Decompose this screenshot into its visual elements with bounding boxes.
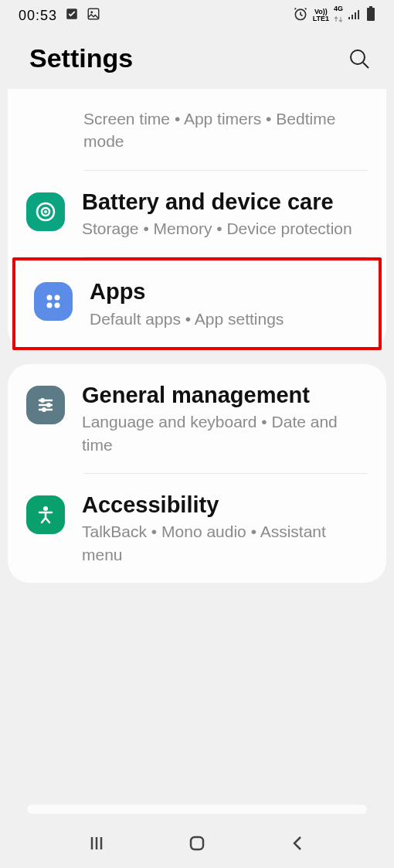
signal-text: 4G: [334, 5, 343, 12]
item-screen-time[interactable]: Screen time • App timers • Bedtime mode: [8, 89, 386, 170]
item-sub: Screen time • App timers • Bedtime mode: [83, 107, 368, 153]
general-management-icon: [26, 386, 65, 424]
svg-point-16: [55, 295, 60, 301]
network-label: Vo)) LTE1: [313, 9, 329, 22]
item-apps[interactable]: Apps Default apps • App settings: [15, 260, 379, 347]
svg-rect-29: [191, 837, 203, 849]
svg-point-20: [40, 398, 45, 403]
svg-point-2: [90, 11, 93, 13]
item-sub: Storage • Memory • Device protection: [82, 217, 368, 240]
network-bottom: LTE1: [313, 15, 329, 22]
item-battery[interactable]: Battery and device care Storage • Memory…: [8, 171, 386, 257]
header: Settings: [0, 28, 394, 89]
svg-rect-7: [358, 10, 359, 19]
svg-rect-8: [369, 6, 372, 8]
svg-point-25: [43, 506, 48, 511]
svg-point-24: [42, 407, 46, 412]
image-icon: [87, 7, 100, 24]
item-sub: Default apps • App settings: [90, 308, 360, 330]
item-title: Battery and device care: [82, 188, 368, 216]
signal-4g: 4G: [334, 5, 343, 26]
item-title: Accessibility: [82, 491, 368, 519]
item-general[interactable]: General management Language and keyboard…: [8, 364, 386, 473]
back-button[interactable]: [287, 832, 308, 854]
card-device: Screen time • App timers • Bedtime mode …: [8, 89, 386, 350]
recents-icon: [87, 834, 106, 853]
home-icon: [188, 834, 206, 853]
item-sub: TalkBack • Mono audio • Assistant menu: [82, 520, 368, 566]
svg-point-10: [351, 50, 365, 64]
recents-button[interactable]: [86, 832, 107, 854]
search-icon: [348, 47, 371, 70]
checkbox-icon: [65, 7, 79, 24]
item-title: Apps: [90, 277, 360, 305]
svg-rect-6: [355, 12, 356, 19]
item-title: General management: [82, 381, 368, 409]
back-icon: [288, 834, 307, 853]
svg-point-18: [55, 303, 60, 308]
scroll-indicator: [27, 805, 367, 814]
nav-bar: [0, 819, 394, 868]
status-left: 00:53: [19, 7, 100, 24]
accessibility-icon: [26, 495, 65, 534]
device-care-icon: [26, 192, 65, 231]
svg-rect-4: [348, 17, 350, 19]
status-bar: 00:53 Vo)) LTE1 4G: [0, 0, 394, 28]
apps-icon: [34, 282, 73, 321]
svg-point-15: [47, 295, 53, 301]
alarm-icon: [293, 6, 308, 25]
highlight-apps: Apps Default apps • App settings: [12, 257, 382, 350]
item-accessibility[interactable]: Accessibility TalkBack • Mono audio • As…: [8, 474, 386, 583]
search-button[interactable]: [348, 47, 371, 70]
card-general: General management Language and keyboard…: [8, 364, 386, 583]
svg-point-14: [44, 210, 47, 213]
signal-bars-icon: [348, 8, 362, 23]
svg-point-17: [47, 303, 53, 308]
svg-rect-9: [367, 8, 375, 21]
home-button[interactable]: [186, 832, 208, 854]
svg-rect-5: [352, 15, 353, 19]
battery-icon: [366, 6, 375, 25]
status-right: Vo)) LTE1 4G: [293, 5, 375, 26]
svg-point-22: [46, 403, 51, 407]
updown-icon: [334, 15, 343, 23]
status-time: 00:53: [19, 8, 57, 24]
page-title: Settings: [29, 43, 133, 73]
item-sub: Language and keyboard • Date and time: [82, 410, 368, 456]
svg-line-11: [363, 63, 369, 68]
